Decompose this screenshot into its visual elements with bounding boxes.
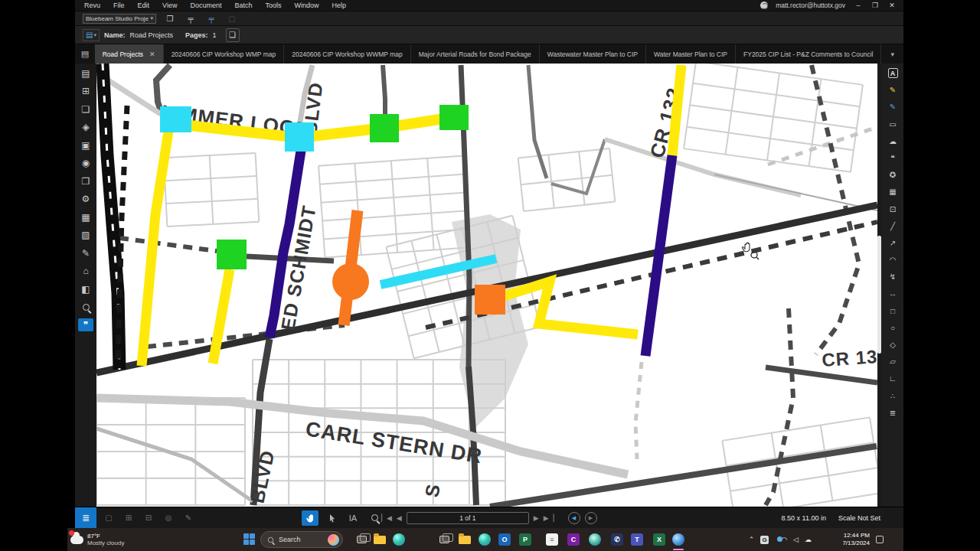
phone-link-icon[interactable]: ✆ [609,532,625,547]
tab-road-projects[interactable]: Road Projects✕ [95,44,164,64]
polygon-tool-icon[interactable]: ◇ [885,338,900,351]
rectangle-tool-icon[interactable]: □ [885,305,900,318]
split-vertical-icon[interactable]: ⊞ [121,511,136,524]
tab-water-master-plan-to-cip[interactable]: Water Master Plan to CIP [646,44,736,64]
text-box-tool-icon[interactable]: A [885,67,900,80]
settings-gear-icon[interactable]: ⚙ [78,193,93,206]
tab-overflow-button[interactable]: ▾ [881,44,903,64]
thumbnails-icon[interactable]: ⊞ [78,85,93,98]
bookmarks-icon[interactable]: ❏ [78,103,93,116]
g-app-tray-icon[interactable]: G [760,536,769,544]
copilot-icon[interactable] [328,534,339,546]
scale-status[interactable]: Scale Not Set [838,514,880,522]
select-tool[interactable] [323,510,340,526]
menu-revu[interactable]: Revu [84,2,100,9]
tab-wastewater-master-plan-to-cip[interactable]: Wastewater Master Plan to CIP [540,44,646,64]
intersection-markup-cyan[interactable] [160,106,191,132]
single-pane-icon[interactable]: ▢ [101,511,116,524]
weather-tray-icon[interactable]: ☁ [805,536,812,543]
globe-app-icon[interactable] [587,532,603,547]
pen-tool-icon[interactable]: ✎ [885,100,900,113]
tab-fy2025-cip-list-p-z-comments-to-council[interactable]: FY2025 CIP List - P&Z Comments to Counci… [736,44,881,64]
layers-icon[interactable]: ◈ [78,121,93,134]
start-button[interactable] [243,533,256,546]
split-horizontal-icon[interactable]: ⊟ [141,511,156,524]
map-canvas[interactable]: LIMMER LOOPBLVDED SCHMIDTCR 132CARL STER… [96,64,877,507]
menu-window[interactable]: Window [294,2,318,9]
properties-icon[interactable]: ⌂ [78,265,93,278]
intersection-markup-green[interactable] [439,105,469,130]
project-segment-markup-yellow[interactable] [142,132,168,366]
flatten-icon[interactable]: ≣ [885,406,900,419]
select-text-tool[interactable]: IA [345,510,361,526]
map-document-view[interactable]: LIMMER LOOPBLVDED SCHMIDTCR 132CARL STER… [96,64,877,507]
close-button[interactable]: ✕ [887,2,897,9]
intersection-markup-green[interactable] [370,114,399,142]
signature-pen-icon[interactable]: ✎ [78,246,93,259]
last-page-button[interactable]: ▶▕ [544,514,554,522]
vertical-scrollbar[interactable] [877,236,881,354]
next-page-button[interactable]: ▶ [534,514,539,522]
project-segment-markup-yellow[interactable] [672,65,681,155]
area-measure-icon[interactable]: ▱ [885,355,900,368]
volume-icon[interactable]: ◁ [793,536,799,543]
new-document-icon[interactable]: ▢ [224,12,240,25]
cloud-markup-icon[interactable]: ☁ [885,135,900,148]
zoom-tool[interactable] [366,510,383,526]
menu-view[interactable]: View [162,2,177,9]
menu-batch[interactable]: Batch [234,2,252,9]
windows-icon[interactable]: ◧ [78,282,93,295]
spaces-icon[interactable]: ◉ [78,157,93,170]
profile-icon[interactable]: ╤ [183,12,198,25]
hidden-icons-chevron[interactable]: ⌃ [749,536,755,543]
count-tool-icon[interactable]: ∴ [885,390,900,403]
eraser-tool-icon[interactable]: ▭ [885,118,900,131]
menu-document[interactable]: Document [190,2,221,9]
polyline-tool-icon[interactable]: ↯ [885,270,900,283]
file-access-icon[interactable]: ▤ [78,67,93,80]
stamp-tool-icon[interactable]: ✪ [885,168,900,181]
forms-icon[interactable]: ▨ [78,229,93,242]
intersection-markup-orange[interactable] [475,285,505,315]
teams-icon[interactable]: T [629,532,645,547]
view-forward-button[interactable]: ▶ [585,512,597,524]
minimize-button[interactable]: – [853,2,864,9]
tab-20240606-cip-workshop-wmp-map[interactable]: 20240606 CIP Workshop WMP map [164,44,285,64]
highlighter-tool-icon[interactable]: ✎ [885,83,900,96]
weather-widget[interactable]: 87°F Mostly cloudy [70,528,124,551]
line-tool-icon[interactable]: ╱ [885,220,900,233]
document-app-icon[interactable]: ≡ [544,532,560,547]
intersection-markup-green[interactable] [217,240,247,269]
image-tool-icon[interactable]: ▦ [885,185,900,198]
arc-tool-icon[interactable]: ◠ [885,253,900,266]
task-view-icon[interactable] [354,532,369,547]
panel-toggle-icon[interactable]: ▤ [75,44,95,64]
angle-measure-icon[interactable]: ∟ [885,372,900,385]
document-dropdown[interactable]: ▤▾ [83,29,100,41]
folder-app-icon[interactable] [457,532,472,547]
markups-list-button[interactable]: ≣ [75,507,96,528]
edge-browser-icon[interactable] [391,532,407,547]
revu-app-icon[interactable] [671,532,686,547]
first-page-button[interactable]: ▏◀ [381,514,392,522]
snapshot-tool-icon[interactable]: ⊡ [885,203,900,216]
edge-icon[interactable] [477,532,492,547]
tool-chest-icon[interactable]: ▣ [78,139,93,152]
studio-session-dropdown[interactable]: Bluebeam Studio Proje▾ [83,14,156,24]
callout-tool-icon[interactable]: ❝ [885,152,900,165]
taskbar-search[interactable]: Search [260,531,343,548]
tab-20240606-cip-workshop-wwmp-map[interactable]: 20240606 CIP Workshop WWMP map [284,44,411,64]
arrow-tool-icon[interactable]: ↗ [885,236,900,249]
measurements-icon[interactable]: ▦ [78,210,93,223]
restore-button[interactable]: ❐ [870,2,880,9]
app-window-icon[interactable] [436,532,452,547]
close-icon[interactable]: ✕ [149,51,155,58]
dock-panel-icon[interactable]: ❐ [162,12,178,25]
ellipse-tool-icon[interactable]: ○ [885,321,900,334]
intersection-markup-cyan[interactable] [285,122,314,152]
notification-center-button[interactable] [876,528,884,551]
pan-tool[interactable] [302,510,318,526]
links-icon[interactable]: ❐ [78,174,93,187]
tab-major-arterial-roads-for-bond-package[interactable]: Major Arterial Roads for Bond Package [411,44,540,64]
page-setup-button[interactable]: ❏ [226,28,240,42]
